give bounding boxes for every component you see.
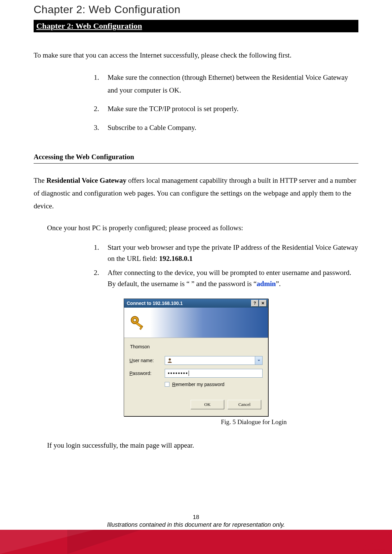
dropdown-button[interactable] xyxy=(255,356,263,365)
indented-paragraph: Once your host PC is properly configured… xyxy=(47,222,358,235)
login-dialog: Connect to 192.168.100.1 ? ✕ Thomson Use… xyxy=(124,299,268,416)
username-input[interactable] xyxy=(165,356,255,365)
chapter-bar: Chapter 2: Web Configuration xyxy=(34,20,358,32)
after-paragraph: If you login successfully, the main page… xyxy=(47,439,358,452)
text: Start your web browser and type the priv… xyxy=(108,243,358,263)
figure-caption: Fig. 5 Dialogue for Login xyxy=(221,418,358,426)
page-footer: 18 Illustrations contained in this docum… xyxy=(0,514,392,554)
svg-point-4 xyxy=(169,358,171,360)
list-item: After connecting to the device, you will… xyxy=(101,267,358,289)
text: ”. xyxy=(276,280,281,288)
password-label: Password: xyxy=(129,371,165,376)
chapter-title: Chapter 2: Web Configuration xyxy=(34,3,358,16)
list-item: Subscribe to a Cable Company. xyxy=(101,122,358,134)
dialog-titlebar[interactable]: Connect to 192.168.100.1 ? ✕ xyxy=(124,299,268,308)
dialog-title: Connect to 192.168.100.1 xyxy=(127,301,183,306)
brand-logo: RCA by THOMSON xyxy=(356,538,385,552)
cancel-button[interactable]: Cancel xyxy=(228,400,261,409)
section-paragraph: The Residential Voice Gateway offers loc… xyxy=(34,174,358,212)
username-combo[interactable] xyxy=(165,356,263,365)
list-item: Make sure the connection (through Ethern… xyxy=(101,71,358,97)
chevron-down-icon xyxy=(257,359,261,362)
intro-paragraph: To make sure that you can access the Int… xyxy=(34,49,358,62)
password-input[interactable]: •••••••• xyxy=(165,369,263,378)
text: After connecting to the device, you will… xyxy=(108,269,351,288)
rca-logo-text: RCA xyxy=(365,539,386,548)
keys-icon xyxy=(129,314,146,332)
svg-point-1 xyxy=(133,318,136,322)
close-button[interactable]: ✕ xyxy=(259,300,267,307)
remember-label: Remember my password xyxy=(172,382,225,387)
checklist: Make sure the connection (through Ethern… xyxy=(34,71,358,134)
text: The xyxy=(34,176,46,184)
page-number: 18 xyxy=(0,514,392,521)
username-label: User name: xyxy=(129,358,165,363)
dialog-banner xyxy=(124,308,268,338)
footer-red-strip xyxy=(0,530,392,554)
ok-button[interactable]: OK xyxy=(191,400,224,409)
list-item: Make sure the TCP/IP protocol is set pro… xyxy=(101,103,358,115)
section-divider xyxy=(34,163,358,164)
user-icon xyxy=(167,358,172,363)
steps-list: Start your web browser and type the priv… xyxy=(34,242,358,289)
section-title: Accessing the Web Configuration xyxy=(34,153,358,161)
product-name: Residential Voice Gateway xyxy=(46,176,126,184)
default-password: admin xyxy=(257,280,276,288)
realm-label: Thomson xyxy=(130,344,263,349)
list-item: Start your web browser and type the priv… xyxy=(101,242,358,264)
remember-checkbox[interactable] xyxy=(165,382,169,387)
help-button[interactable]: ? xyxy=(251,300,259,307)
ip-address: 192.168.0.1 xyxy=(159,254,193,263)
footer-note: Illustrations contained in this document… xyxy=(0,521,392,528)
